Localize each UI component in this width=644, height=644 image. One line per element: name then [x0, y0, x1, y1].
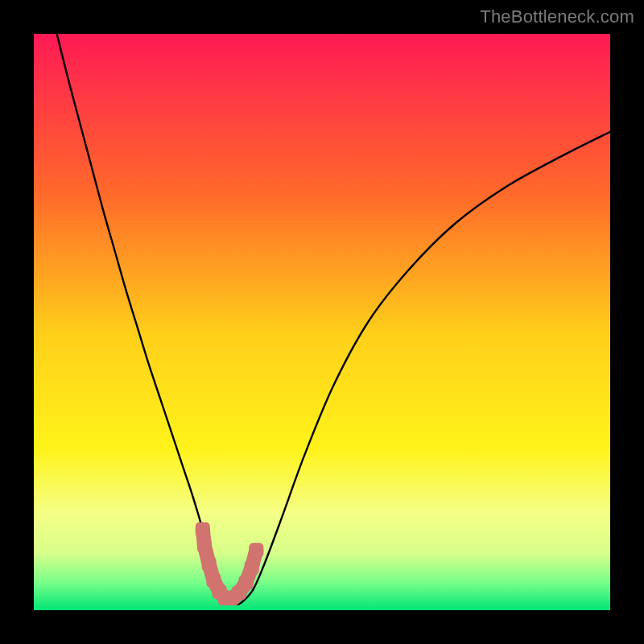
gradient-background	[34, 34, 610, 610]
chart-frame: TheBottleneck.com	[0, 0, 644, 644]
optimal-marker-point	[202, 557, 217, 572]
optimal-marker-point	[249, 543, 263, 558]
optimal-marker-point	[245, 560, 259, 575]
optimal-marker-point	[197, 539, 212, 553]
watermark-text: TheBottleneck.com	[480, 6, 634, 27]
optimal-marker-point	[196, 522, 210, 537]
optimal-marker-point	[238, 576, 253, 590]
plot-area	[34, 34, 610, 610]
chart-svg	[34, 34, 610, 610]
